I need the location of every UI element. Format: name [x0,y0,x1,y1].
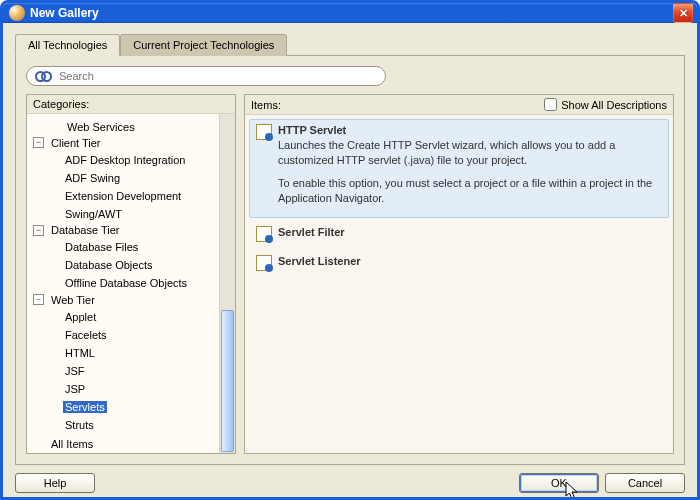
tree-scrollbar[interactable] [219,114,235,453]
servlet-icon [256,255,272,271]
tree-leaf[interactable]: Struts [45,419,98,431]
tree-leaf[interactable]: Applet [45,311,100,323]
scroll-thumb[interactable] [221,310,234,452]
tree-leaf[interactable]: JSP [45,383,89,395]
item-description: Launches the Create HTTP Servlet wizard,… [278,138,662,205]
tree-leaf[interactable]: Database Objects [45,259,156,271]
search-icon [35,69,51,83]
window-title: New Gallery [30,6,673,20]
button-label: OK [551,477,567,489]
tree-leaf[interactable]: Web Services [31,121,139,133]
item-title: HTTP Servlet [278,124,662,136]
tree-branch[interactable]: −Database Tier [31,224,123,236]
tab-current-project-technologies[interactable]: Current Project Technologies [120,34,287,56]
new-gallery-window: New Gallery ✕ All Technologies Current P… [0,0,700,500]
items-pane: Items: Show All Descriptions HTTP Servle… [244,94,674,454]
tab-panel: Categories: Web Services−Client TierADF … [15,55,685,465]
servlet-icon [256,226,272,242]
app-icon [9,5,25,21]
list-item[interactable]: Servlet Filter [249,221,669,247]
tree-branch[interactable]: All Items [31,438,97,450]
items-header: Items: Show All Descriptions [245,95,673,115]
button-label: Help [44,477,67,489]
tree-leaf[interactable]: ADF Swing [45,172,124,184]
show-all-descriptions-label: Show All Descriptions [561,99,667,111]
split-panes: Categories: Web Services−Client TierADF … [26,94,674,454]
help-button[interactable]: Help [15,473,95,493]
categories-header: Categories: [27,95,235,114]
tree-leaf[interactable]: Swing/AWT [45,208,126,220]
tab-strip: All Technologies Current Project Technol… [15,33,685,55]
tree-leaf[interactable]: HTML [45,347,99,359]
tree-branch[interactable]: −Client Tier [31,137,105,149]
search-box[interactable] [26,66,386,86]
list-item[interactable]: Servlet Listener [249,250,669,276]
button-label: Cancel [628,477,662,489]
categories-label: Categories: [33,98,89,110]
items-label: Items: [251,99,281,111]
tree-branch[interactable]: −Web Tier [31,294,99,306]
list-item[interactable]: HTTP ServletLaunches the Create HTTP Ser… [249,119,669,218]
show-all-descriptions[interactable]: Show All Descriptions [544,98,667,111]
search-input[interactable] [57,69,377,83]
tree-leaf[interactable]: Offline Database Objects [45,277,191,289]
tree-expander[interactable]: − [33,137,44,148]
items-list[interactable]: HTTP ServletLaunches the Create HTTP Ser… [245,115,673,453]
ok-button[interactable]: OK [519,473,599,493]
categories-pane: Categories: Web Services−Client TierADF … [26,94,236,454]
tree-expander[interactable]: − [33,294,44,305]
show-all-descriptions-checkbox[interactable] [544,98,557,111]
tree-leaf[interactable]: ADF Desktop Integration [45,154,189,166]
tree-leaf[interactable]: Database Files [45,241,142,253]
tab-label: Current Project Technologies [133,39,274,51]
tab-all-technologies[interactable]: All Technologies [15,34,120,56]
categories-tree[interactable]: Web Services−Client TierADF Desktop Inte… [27,114,219,453]
search-row [26,66,674,86]
client-area: All Technologies Current Project Technol… [3,23,697,500]
tree-leaf[interactable]: Extension Development [45,190,185,202]
titlebar: New Gallery ✕ [3,3,697,23]
tree-wrap: Web Services−Client TierADF Desktop Inte… [27,114,235,453]
tree-leaf[interactable]: JSF [45,365,89,377]
tab-label: All Technologies [28,39,107,51]
cancel-button[interactable]: Cancel [605,473,685,493]
item-title: Servlet Filter [278,226,345,238]
close-icon[interactable]: ✕ [673,3,693,23]
button-row: Help OK Cancel [15,465,685,493]
item-title: Servlet Listener [278,255,361,267]
tree-leaf[interactable]: Facelets [45,329,111,341]
tree-leaf[interactable]: Servlets [45,401,109,413]
servlet-icon [256,124,272,140]
tree-expander[interactable]: − [33,225,44,236]
